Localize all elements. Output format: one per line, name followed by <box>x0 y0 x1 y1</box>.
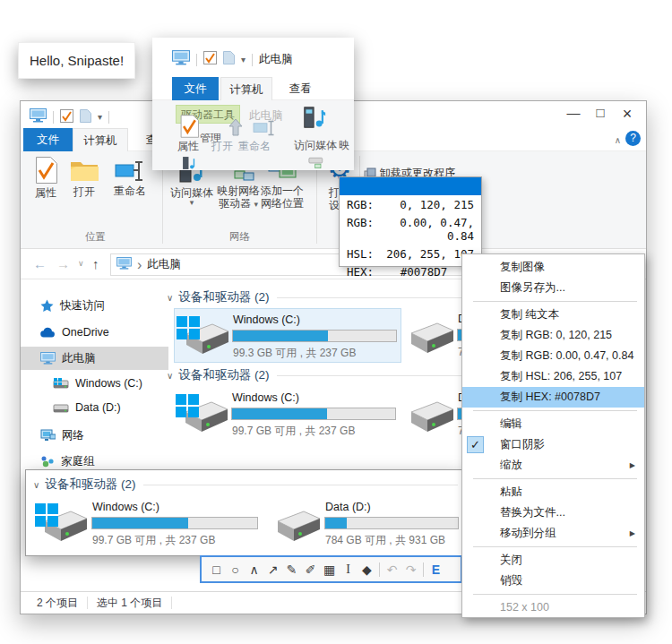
drive-caption: 99.7 GB 可用 , 共 237 GB <box>232 424 355 439</box>
menu-item-copy-rgb-float[interactable]: 复制 RGB: 0.00, 0.47, 0.84 <box>462 346 644 366</box>
drive-caption: 99.7 GB 可用 , 共 237 GB <box>92 533 215 548</box>
menu-item-size-label: 152 x 100 <box>462 597 644 618</box>
mini-label-properties: 属性 <box>177 139 199 154</box>
mini-tab-view: 查看 <box>278 77 323 100</box>
menu-item-zoom[interactable]: 缩放 ▶ <box>462 455 644 476</box>
menu-item-copy-hex[interactable]: 复制 HEX: #0078D7 <box>462 387 644 408</box>
chevron-down-icon[interactable]: ∨ <box>167 371 173 381</box>
marker-tool-icon[interactable]: ✐ <box>301 562 320 577</box>
separator <box>171 597 172 609</box>
polyline-tool-icon[interactable]: ∧ <box>245 562 263 577</box>
homegroup-icon <box>40 455 55 468</box>
menu-item-save-image-as[interactable]: 图像另存为... <box>462 278 644 298</box>
arrow-tool-icon[interactable]: ↗ <box>263 562 282 577</box>
capacity-bar <box>231 408 396 420</box>
ribbon-open-button[interactable]: 打开 <box>65 159 103 198</box>
sidebar-item-this-pc[interactable]: 此电脑 <box>21 347 168 370</box>
chevron-down-icon: ∨ <box>33 480 39 490</box>
maximize-button[interactable]: □ <box>587 105 614 124</box>
chevron-down-icon[interactable]: ∨ <box>167 293 173 303</box>
sidebar-item-windows-c[interactable]: Windows (C:) <box>21 372 168 395</box>
text-tool-icon[interactable]: I <box>339 562 358 577</box>
clipped-tool-icon[interactable]: E <box>426 562 445 577</box>
eraser-tool-icon[interactable]: ◆ <box>358 562 376 577</box>
menu-item-copy-image[interactable]: 复制图像 <box>462 257 644 278</box>
ribbon-rename-button[interactable]: 重命名 <box>107 160 153 197</box>
tab-computer[interactable]: 计算机 <box>73 128 128 151</box>
mini-title-bar: ▾ 此电脑 <box>172 50 293 69</box>
help-icon[interactable]: ? <box>625 131 641 146</box>
capacity-bar-fill <box>233 331 328 341</box>
sidebar-item-onedrive[interactable]: OneDrive <box>21 321 168 344</box>
pasted-snippet-hello[interactable]: Hello, Snipaste! <box>18 42 135 79</box>
tab-file[interactable]: 文件 <box>23 128 73 151</box>
capacity-bar <box>91 517 258 529</box>
pencil-tool-icon[interactable]: ✎ <box>282 562 301 577</box>
separator <box>108 111 109 124</box>
qat-page-icon[interactable] <box>80 109 91 126</box>
menu-item-replace-with-file[interactable]: 替换为文件... <box>462 502 644 523</box>
snipaste-toolbar: □ ○ ∧ ↗ ✎ ✐ ▦ I ◆ ↶ ↷ E <box>200 555 462 583</box>
qat-page-icon <box>223 51 235 68</box>
collapse-ribbon-icon[interactable]: ∧ <box>615 135 621 145</box>
menu-separator <box>473 594 637 595</box>
recent-dropdown-icon[interactable]: ∨ <box>78 259 84 268</box>
separator <box>379 562 380 577</box>
drive-name: Windows (C:) <box>92 501 159 513</box>
network-icon <box>40 429 56 442</box>
mini-label-rename: 重命名 <box>238 139 271 154</box>
properties-icon <box>34 157 57 184</box>
ellipse-tool-icon[interactable]: ○ <box>226 562 245 577</box>
pasted-snippet-drives[interactable]: ∨ 设备和驱动器 (2) Windows (C:) 99.7 GB 可用 , 共… <box>25 469 464 556</box>
rename-icon <box>115 160 145 182</box>
undo-icon[interactable]: ↶ <box>383 562 401 577</box>
menu-item-move-to-group[interactable]: 移动到分组 ▶ <box>462 523 644 544</box>
rectangle-tool-icon[interactable]: □ <box>207 562 226 577</box>
computer-icon <box>40 352 56 365</box>
menu-item-paste[interactable]: 粘贴 <box>462 482 644 502</box>
redo-icon[interactable]: ↷ <box>401 562 420 577</box>
mini-tab-file: 文件 <box>172 77 219 100</box>
drive-card-windows-c[interactable]: Windows (C:) 99.7 GB 可用 , 共 237 GB <box>174 387 401 442</box>
sidebar-item-quick-access[interactable]: 快速访问 <box>21 294 168 317</box>
breadcrumb-separator: › <box>137 257 142 273</box>
menu-item-destroy[interactable]: 销毁 <box>462 571 644 591</box>
dropdown-caret-icon: ▾ <box>190 199 194 206</box>
menu-item-copy-rgb[interactable]: 复制 RGB: 0, 120, 215 <box>462 325 644 346</box>
drive-3d-icon <box>405 317 455 356</box>
drive-card-windows-c[interactable]: Windows (C:) 99.3 GB 可用 , 共 237 GB <box>174 308 401 363</box>
qat-dropdown-icon[interactable]: ▾ <box>98 114 102 121</box>
breadcrumb[interactable]: 此电脑 <box>147 257 181 272</box>
close-button[interactable]: × <box>614 105 641 124</box>
group-label-network: 网络 <box>229 230 250 244</box>
hex-row: HEX:#0078D7 <box>340 262 481 280</box>
drive-icon <box>53 402 69 414</box>
media-icon <box>303 105 326 130</box>
forward-icon[interactable]: → <box>56 256 70 271</box>
sidebar-item-network[interactable]: 网络 <box>21 424 168 447</box>
back-icon[interactable]: ← <box>33 256 47 271</box>
color-swatch <box>340 177 481 195</box>
windows-logo-icon <box>35 503 58 527</box>
menu-item-edit[interactable]: 编辑 <box>462 414 644 434</box>
sidebar-item-data-d[interactable]: Data (D:) <box>21 396 168 419</box>
menu-item-copy-hsl[interactable]: 复制 HSL: 206, 255, 107 <box>462 366 644 387</box>
selected-count: 选中 1 个项目 <box>97 596 162 611</box>
drive-caption: 99.3 GB 可用 , 共 237 GB <box>233 346 356 361</box>
qat-checkbox-icon[interactable] <box>60 109 73 126</box>
menu-item-window-shadow[interactable]: ✓ 窗口阴影 <box>462 434 644 455</box>
drive-caption: 784 GB 可用 , 共 931 GB <box>325 533 445 548</box>
separator <box>53 111 54 124</box>
minimize-button[interactable]: — <box>560 105 587 124</box>
pasted-snippet-explorer[interactable]: ▾ 此电脑 文件 计算机 查看 驱动器工具 此电脑 管理 属性 打开 重命名 访… <box>152 38 354 170</box>
mosaic-tool-icon[interactable]: ▦ <box>320 562 339 577</box>
windows-logo-icon <box>177 316 200 339</box>
up-icon[interactable]: ↑ <box>92 256 99 271</box>
menu-item-copy-plain-text[interactable]: 复制 纯文本 <box>462 305 644 325</box>
rgb-row: RGB:0, 120, 215 <box>340 195 481 213</box>
computer-icon <box>30 108 47 126</box>
hsl-row: HSL:206, 255, 107 <box>340 245 481 262</box>
ribbon-properties-button[interactable]: 属性 <box>28 157 64 199</box>
menu-item-close[interactable]: 关闭 <box>462 550 644 571</box>
section-header: ∨ 设备和驱动器 (2) <box>33 477 458 493</box>
